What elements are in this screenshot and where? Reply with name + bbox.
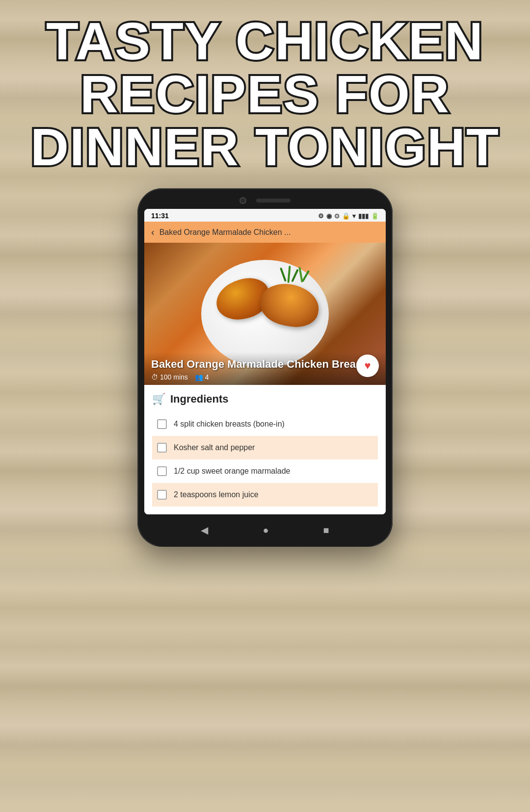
signal-bars-icon: ▮▮▮ [358, 212, 369, 220]
status-time: 11:31 [151, 212, 169, 220]
phone-top-bezel [144, 197, 386, 209]
ingredient-row: 1/2 cup sweet orange marmalade [152, 459, 378, 483]
nav-back-button[interactable]: ◀ [201, 524, 208, 536]
page-title-area: TASTY CHICKEN RECIPES FOR DINNER TONIGHT [0, 0, 530, 183]
page-title-line1: TASTY CHICKEN [29, 15, 501, 68]
recipe-time-label: 100 mins [160, 373, 188, 381]
recipe-servings: 👥 4 [195, 373, 209, 381]
phone-screen: 11:31 ⚙ ◉ ⊙ 🔒 ▾ ▮▮▮ 🔋 ‹ Baked Orange Mar… [144, 209, 386, 514]
app-bar: ‹ Baked Orange Marmalade Chicken ... [144, 222, 386, 243]
ingredient-text-2: Kosher salt and pepper [174, 443, 255, 452]
lock-icon: 🔒 [342, 212, 350, 220]
ingredients-title: Ingredients [170, 393, 229, 406]
ingredient-row: 2 teaspoons lemon juice [152, 483, 378, 507]
favorite-button[interactable]: ♥ [356, 355, 379, 377]
page-title-line2: RECIPES FOR [29, 68, 501, 121]
ingredients-header: 🛒 Ingredients [152, 393, 378, 406]
status-icons-right: ⚙ ◉ ⊙ 🔒 ▾ ▮▮▮ 🔋 [318, 212, 379, 220]
phone-body: 11:31 ⚙ ◉ ⊙ 🔒 ▾ ▮▮▮ 🔋 ‹ Baked Orange Mar… [137, 188, 393, 547]
image-overlay: Baked Orange Marmalade Chicken Breasts ⏱… [144, 352, 386, 385]
status-bar: 11:31 ⚙ ◉ ⊙ 🔒 ▾ ▮▮▮ 🔋 [144, 209, 386, 222]
nav-recent-button[interactable]: ■ [323, 525, 329, 536]
cart-icon: 🛒 [152, 393, 165, 406]
phone-mockup: 11:31 ⚙ ◉ ⊙ 🔒 ▾ ▮▮▮ 🔋 ‹ Baked Orange Mar… [0, 188, 530, 547]
ingredient-row: 4 split chicken breasts (bone-in) [152, 412, 378, 436]
ingredient-checkbox-3[interactable] [157, 466, 167, 476]
ingredient-checkbox-4[interactable] [157, 490, 167, 500]
recipe-time: ⏱ 100 mins [151, 373, 188, 381]
back-button[interactable]: ‹ [151, 227, 155, 238]
phone-speaker [256, 199, 291, 203]
phone-bottom-bezel: ◀ ● ■ [144, 516, 386, 547]
ingredient-checkbox-2[interactable] [157, 443, 167, 453]
time-icon: ⏱ [151, 373, 158, 381]
ingredient-checkbox-1[interactable] [157, 419, 167, 429]
recipe-servings-label: 4 [205, 373, 209, 381]
page-title-line3: DINNER TONIGHT [29, 121, 501, 174]
ingredient-text-1: 4 split chicken breasts (bone-in) [174, 420, 285, 429]
ingredient-text-4: 2 teaspoons lemon juice [174, 490, 259, 499]
recipe-title-overlay: Baked Orange Marmalade Chicken Breasts [151, 358, 379, 371]
heart-icon: ♥ [364, 359, 371, 372]
recipe-image-container: Baked Orange Marmalade Chicken Breasts ⏱… [144, 243, 386, 385]
nav-home-button[interactable]: ● [263, 525, 268, 536]
garnish [272, 265, 317, 292]
phone-camera [239, 197, 246, 204]
settings-icon: ⚙ [318, 212, 324, 220]
app-bar-title: Baked Orange Marmalade Chicken ... [159, 228, 291, 237]
ingredient-row: Kosher salt and pepper [152, 436, 378, 459]
servings-icon: 👥 [195, 373, 203, 381]
battery-icon: 🔋 [371, 212, 379, 220]
ingredient-text-3: 1/2 cup sweet orange marmalade [174, 467, 290, 476]
sync-icon: ⊙ [334, 212, 340, 220]
location-icon: ◉ [326, 212, 332, 220]
recipe-content: 🛒 Ingredients 4 split chicken breasts (b… [144, 385, 386, 514]
recipe-meta: ⏱ 100 mins 👥 4 [151, 373, 379, 381]
wifi-signal-icon: ▾ [352, 212, 356, 220]
